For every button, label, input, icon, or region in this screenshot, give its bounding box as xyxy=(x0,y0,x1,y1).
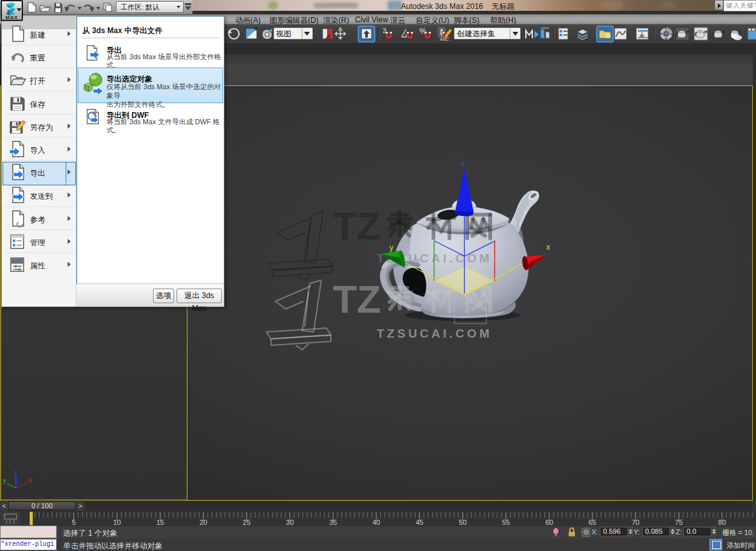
svg-text:视图: 视图 xyxy=(275,29,291,38)
svg-text:15: 15 xyxy=(156,519,164,526)
svg-text:y: y xyxy=(389,243,393,252)
svg-text:70: 70 xyxy=(632,519,639,526)
svg-text:50: 50 xyxy=(459,519,467,526)
svg-text:TZ: TZ xyxy=(333,277,381,321)
svg-text:y: y xyxy=(3,476,7,484)
svg-text:65: 65 xyxy=(588,519,596,526)
svg-text:TZ: TZ xyxy=(333,204,381,248)
svg-text:z: z xyxy=(13,469,17,476)
svg-text:TZSUCAI.COM: TZSUCAI.COM xyxy=(377,327,492,340)
svg-text:x: x xyxy=(546,243,550,252)
svg-text:30: 30 xyxy=(286,519,294,526)
svg-text:60: 60 xyxy=(545,519,553,526)
svg-text:5: 5 xyxy=(72,519,76,526)
svg-text:75: 75 xyxy=(675,519,683,526)
svg-text:{: { xyxy=(440,27,443,36)
svg-text:35: 35 xyxy=(329,519,337,526)
svg-text:x: x xyxy=(28,476,33,483)
svg-text:45: 45 xyxy=(416,519,423,526)
svg-text:55: 55 xyxy=(502,519,510,526)
svg-text:25: 25 xyxy=(243,519,251,526)
svg-text:10: 10 xyxy=(113,519,120,526)
svg-text:40: 40 xyxy=(372,519,380,526)
svg-text:z: z xyxy=(462,159,465,167)
svg-text:ABC: ABC xyxy=(440,37,449,41)
svg-text:20: 20 xyxy=(200,519,207,526)
svg-text:创建选择集: 创建选择集 xyxy=(456,29,495,38)
svg-text:80: 80 xyxy=(718,519,726,526)
